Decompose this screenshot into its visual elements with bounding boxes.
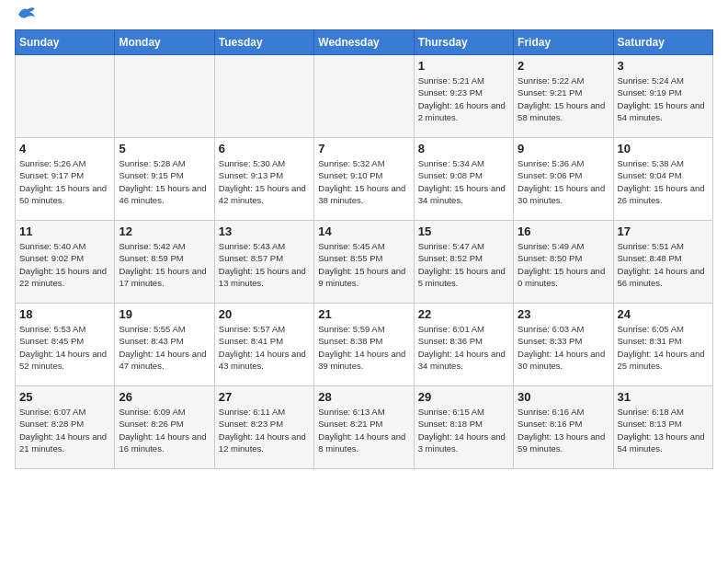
day-number: 14 bbox=[318, 224, 409, 238]
day-number: 26 bbox=[119, 390, 210, 404]
day-number: 31 bbox=[618, 390, 709, 404]
day-info: Sunrise: 6:18 AM Sunset: 8:13 PM Dayligh… bbox=[618, 406, 709, 454]
calendar-cell: 14Sunrise: 5:45 AM Sunset: 8:55 PM Dayli… bbox=[314, 221, 414, 304]
day-number: 30 bbox=[518, 390, 609, 404]
weekday-header-row: SundayMondayTuesdayWednesdayThursdayFrid… bbox=[16, 30, 713, 55]
calendar-cell bbox=[16, 55, 115, 138]
day-number: 10 bbox=[618, 142, 709, 155]
calendar-cell: 22Sunrise: 6:01 AM Sunset: 8:36 PM Dayli… bbox=[414, 304, 513, 386]
page-header bbox=[15, 15, 713, 22]
weekday-header-sunday: Sunday bbox=[16, 30, 115, 55]
day-number: 7 bbox=[318, 142, 409, 155]
calendar-cell: 4Sunrise: 5:26 AM Sunset: 9:17 PM Daylig… bbox=[16, 138, 115, 221]
calendar-cell: 16Sunrise: 5:49 AM Sunset: 8:50 PM Dayli… bbox=[514, 221, 613, 304]
day-info: Sunrise: 5:26 AM Sunset: 9:17 PM Dayligh… bbox=[19, 157, 110, 206]
day-number: 25 bbox=[19, 390, 110, 404]
day-info: Sunrise: 5:32 AM Sunset: 9:10 PM Dayligh… bbox=[318, 157, 409, 206]
week-row-3: 11Sunrise: 5:40 AM Sunset: 9:02 PM Dayli… bbox=[16, 221, 713, 304]
calendar-cell: 25Sunrise: 6:07 AM Sunset: 8:28 PM Dayli… bbox=[16, 386, 115, 469]
day-info: Sunrise: 6:13 AM Sunset: 8:21 PM Dayligh… bbox=[318, 406, 409, 454]
calendar-cell: 13Sunrise: 5:43 AM Sunset: 8:57 PM Dayli… bbox=[214, 221, 313, 304]
calendar-table: SundayMondayTuesdayWednesdayThursdayFrid… bbox=[15, 29, 713, 469]
day-number: 2 bbox=[518, 59, 609, 73]
day-info: Sunrise: 5:59 AM Sunset: 8:38 PM Dayligh… bbox=[318, 323, 409, 372]
calendar-cell: 30Sunrise: 6:16 AM Sunset: 8:16 PM Dayli… bbox=[514, 386, 613, 469]
day-number: 3 bbox=[618, 59, 709, 73]
calendar-cell: 3Sunrise: 5:24 AM Sunset: 9:19 PM Daylig… bbox=[613, 55, 712, 138]
day-info: Sunrise: 6:16 AM Sunset: 8:16 PM Dayligh… bbox=[518, 406, 609, 454]
calendar-cell: 10Sunrise: 5:38 AM Sunset: 9:04 PM Dayli… bbox=[613, 138, 712, 221]
day-number: 12 bbox=[119, 224, 210, 238]
day-info: Sunrise: 6:01 AM Sunset: 8:36 PM Dayligh… bbox=[418, 323, 509, 372]
calendar-cell: 18Sunrise: 5:53 AM Sunset: 8:45 PM Dayli… bbox=[16, 304, 115, 386]
day-number: 24 bbox=[618, 307, 709, 321]
week-row-2: 4Sunrise: 5:26 AM Sunset: 9:17 PM Daylig… bbox=[16, 138, 713, 221]
day-info: Sunrise: 5:36 AM Sunset: 9:06 PM Dayligh… bbox=[518, 157, 609, 206]
day-number: 22 bbox=[418, 307, 509, 321]
day-number: 19 bbox=[119, 307, 210, 321]
calendar-cell: 7Sunrise: 5:32 AM Sunset: 9:10 PM Daylig… bbox=[314, 138, 414, 221]
day-info: Sunrise: 5:49 AM Sunset: 8:50 PM Dayligh… bbox=[518, 240, 609, 289]
calendar-cell bbox=[115, 55, 214, 138]
day-number: 23 bbox=[518, 307, 609, 321]
day-number: 16 bbox=[518, 224, 609, 238]
day-info: Sunrise: 5:22 AM Sunset: 9:21 PM Dayligh… bbox=[518, 75, 609, 123]
calendar-cell: 20Sunrise: 5:57 AM Sunset: 8:41 PM Dayli… bbox=[214, 304, 313, 386]
logo bbox=[15, 15, 37, 22]
calendar-cell: 11Sunrise: 5:40 AM Sunset: 9:02 PM Dayli… bbox=[16, 221, 115, 304]
day-number: 1 bbox=[418, 59, 509, 73]
weekday-header-saturday: Saturday bbox=[613, 30, 712, 55]
weekday-header-wednesday: Wednesday bbox=[314, 30, 414, 55]
day-info: Sunrise: 5:55 AM Sunset: 8:43 PM Dayligh… bbox=[119, 323, 210, 372]
day-number: 27 bbox=[219, 390, 310, 404]
calendar-cell: 5Sunrise: 5:28 AM Sunset: 9:15 PM Daylig… bbox=[115, 138, 214, 221]
day-info: Sunrise: 5:53 AM Sunset: 8:45 PM Dayligh… bbox=[19, 323, 110, 372]
day-number: 29 bbox=[418, 390, 509, 404]
calendar-cell: 1Sunrise: 5:21 AM Sunset: 9:23 PM Daylig… bbox=[414, 55, 513, 138]
day-number: 17 bbox=[618, 224, 709, 238]
day-info: Sunrise: 6:11 AM Sunset: 8:23 PM Dayligh… bbox=[219, 406, 310, 454]
weekday-header-tuesday: Tuesday bbox=[214, 30, 313, 55]
day-info: Sunrise: 5:21 AM Sunset: 9:23 PM Dayligh… bbox=[418, 75, 509, 123]
day-number: 9 bbox=[518, 142, 609, 155]
calendar-cell: 29Sunrise: 6:15 AM Sunset: 8:18 PM Dayli… bbox=[414, 386, 513, 469]
weekday-header-thursday: Thursday bbox=[414, 30, 513, 55]
day-number: 8 bbox=[418, 142, 509, 155]
calendar-cell: 28Sunrise: 6:13 AM Sunset: 8:21 PM Dayli… bbox=[314, 386, 414, 469]
calendar-cell: 9Sunrise: 5:36 AM Sunset: 9:06 PM Daylig… bbox=[514, 138, 613, 221]
calendar-cell: 26Sunrise: 6:09 AM Sunset: 8:26 PM Dayli… bbox=[115, 386, 214, 469]
calendar-cell: 15Sunrise: 5:47 AM Sunset: 8:52 PM Dayli… bbox=[414, 221, 513, 304]
calendar-cell: 17Sunrise: 5:51 AM Sunset: 8:48 PM Dayli… bbox=[613, 221, 712, 304]
day-number: 5 bbox=[119, 142, 210, 155]
calendar-cell: 12Sunrise: 5:42 AM Sunset: 8:59 PM Dayli… bbox=[115, 221, 214, 304]
calendar-cell: 21Sunrise: 5:59 AM Sunset: 8:38 PM Dayli… bbox=[314, 304, 414, 386]
day-info: Sunrise: 5:40 AM Sunset: 9:02 PM Dayligh… bbox=[19, 240, 110, 289]
calendar-cell: 23Sunrise: 6:03 AM Sunset: 8:33 PM Dayli… bbox=[514, 304, 613, 386]
day-number: 11 bbox=[19, 224, 110, 238]
day-number: 4 bbox=[19, 142, 110, 155]
day-number: 20 bbox=[219, 307, 310, 321]
day-info: Sunrise: 6:15 AM Sunset: 8:18 PM Dayligh… bbox=[418, 406, 509, 454]
day-number: 13 bbox=[219, 224, 310, 238]
calendar-cell: 6Sunrise: 5:30 AM Sunset: 9:13 PM Daylig… bbox=[214, 138, 313, 221]
calendar-cell: 19Sunrise: 5:55 AM Sunset: 8:43 PM Dayli… bbox=[115, 304, 214, 386]
day-info: Sunrise: 6:05 AM Sunset: 8:31 PM Dayligh… bbox=[618, 323, 709, 372]
weekday-header-monday: Monday bbox=[115, 30, 214, 55]
day-info: Sunrise: 5:24 AM Sunset: 9:19 PM Dayligh… bbox=[618, 75, 709, 123]
day-info: Sunrise: 5:47 AM Sunset: 8:52 PM Dayligh… bbox=[418, 240, 509, 289]
day-number: 15 bbox=[418, 224, 509, 238]
calendar-cell bbox=[314, 55, 414, 138]
day-info: Sunrise: 5:42 AM Sunset: 8:59 PM Dayligh… bbox=[119, 240, 210, 289]
day-number: 21 bbox=[318, 307, 409, 321]
week-row-5: 25Sunrise: 6:07 AM Sunset: 8:28 PM Dayli… bbox=[16, 386, 713, 469]
day-number: 6 bbox=[219, 142, 310, 155]
day-info: Sunrise: 5:51 AM Sunset: 8:48 PM Dayligh… bbox=[618, 240, 709, 289]
weekday-header-friday: Friday bbox=[514, 30, 613, 55]
day-info: Sunrise: 5:28 AM Sunset: 9:15 PM Dayligh… bbox=[119, 157, 210, 206]
day-info: Sunrise: 5:34 AM Sunset: 9:08 PM Dayligh… bbox=[418, 157, 509, 206]
calendar-cell: 27Sunrise: 6:11 AM Sunset: 8:23 PM Dayli… bbox=[214, 386, 313, 469]
day-info: Sunrise: 5:43 AM Sunset: 8:57 PM Dayligh… bbox=[219, 240, 310, 289]
day-info: Sunrise: 6:09 AM Sunset: 8:26 PM Dayligh… bbox=[119, 406, 210, 454]
calendar-cell: 31Sunrise: 6:18 AM Sunset: 8:13 PM Dayli… bbox=[613, 386, 712, 469]
week-row-4: 18Sunrise: 5:53 AM Sunset: 8:45 PM Dayli… bbox=[16, 304, 713, 386]
